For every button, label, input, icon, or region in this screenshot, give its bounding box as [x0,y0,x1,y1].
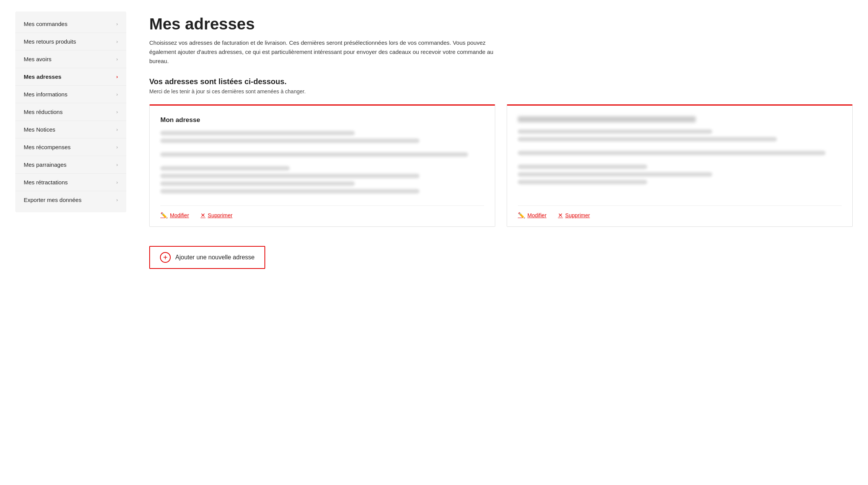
chevron-right-icon: › [116,179,118,185]
chevron-right-icon: › [116,127,118,132]
sidebar-item-informations[interactable]: Mes informations› [15,86,126,103]
card-1-modify-button[interactable]: ✏️ Modifier [160,212,189,219]
address-card-1: Mon adresse ✏️ Modifier ✕ [149,104,495,227]
sidebar-item-label: Mes parrainages [24,161,67,168]
card-2-modify-button[interactable]: ✏️ Modifier [518,212,547,219]
close-icon: ✕ [201,212,206,219]
sidebar-item-label: Mes avoirs [24,56,52,62]
sidebar-item-reductions[interactable]: Mes réductions› [15,103,126,121]
page-description: Choisissez vos adresses de facturation e… [149,38,501,66]
sidebar-item-retours[interactable]: Mes retours produits› [15,33,126,50]
address-card-2: ✏️ Modifier ✕ Supprimer [507,104,853,227]
sidebar-item-commandes[interactable]: Mes commandes› [15,15,126,33]
edit-icon: ✏️ [160,212,168,219]
sidebar: Mes commandes›Mes retours produits›Mes a… [15,11,126,212]
sidebar-item-retractations[interactable]: Mes rétractations› [15,174,126,191]
chevron-right-icon: › [116,144,118,150]
sidebar-item-exporter[interactable]: Exporter mes données› [15,191,126,208]
plus-circle-icon: + [160,252,171,263]
card-2-delete-button[interactable]: ✕ Supprimer [558,212,590,219]
sidebar-item-label: Exporter mes données [24,197,82,203]
card-1-delete-button[interactable]: ✕ Supprimer [201,212,233,219]
sidebar-item-recompenses[interactable]: Mes récompenses› [15,138,126,156]
sidebar-item-label: Mes adresses [24,73,61,80]
sidebar-item-avoirs[interactable]: Mes avoirs› [15,50,126,68]
chevron-right-icon: › [116,91,118,97]
add-address-label: Ajouter une nouvelle adresse [175,254,255,261]
card-2-name-blurred [518,116,696,122]
add-address-button[interactable]: + Ajouter une nouvelle adresse [149,246,265,269]
chevron-right-icon: › [116,21,118,27]
sidebar-item-label: Mes rétractations [24,179,68,186]
sidebar-item-label: Mes commandes [24,21,67,27]
chevron-right-icon: › [116,39,118,44]
sidebar-item-label: Mes réductions [24,109,63,115]
address-cards-grid: Mon adresse ✏️ Modifier ✕ [149,104,853,227]
card-1-title: Mon adresse [160,116,484,124]
chevron-right-icon: › [116,109,118,115]
chevron-right-icon: › [116,56,118,62]
sidebar-item-parrainages[interactable]: Mes parrainages› [15,156,126,174]
chevron-right-icon: › [116,197,118,203]
sidebar-item-label: Mes Notices [24,126,55,133]
section-title: Vos adresses sont listées ci-dessous. [149,77,853,86]
sidebar-item-adresses[interactable]: Mes adresses› [15,68,126,86]
chevron-right-icon: › [116,74,118,80]
sidebar-item-label: Mes informations [24,91,67,98]
chevron-right-icon: › [116,162,118,168]
card-1-actions: ✏️ Modifier ✕ Supprimer [160,205,484,219]
close-icon-2: ✕ [558,212,563,219]
sidebar-item-label: Mes récompenses [24,144,71,150]
edit-icon-2: ✏️ [518,212,525,219]
section-subtitle: Merci de les tenir à jour si ces dernièr… [149,88,853,94]
sidebar-item-notices[interactable]: Mes Notices› [15,121,126,138]
page-title: Mes adresses [149,15,853,33]
sidebar-item-label: Mes retours produits [24,38,76,45]
main-content: Mes adresses Choisissez vos adresses de … [149,11,853,474]
card-2-actions: ✏️ Modifier ✕ Supprimer [518,205,842,219]
